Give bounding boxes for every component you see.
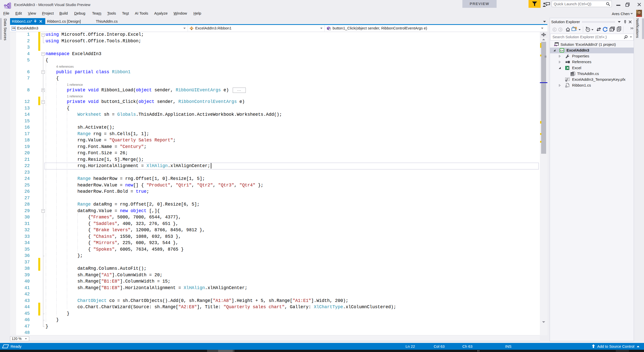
svg-text:C#: C# [560,49,564,52]
